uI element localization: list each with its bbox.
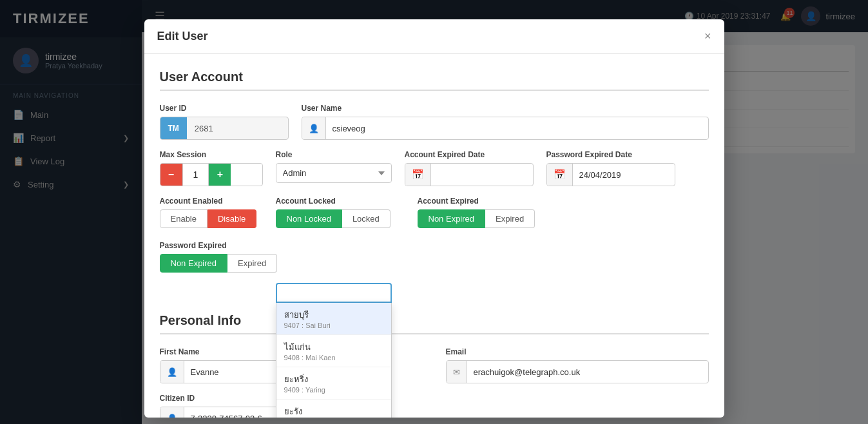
plus-button[interactable]: +: [209, 164, 231, 186]
non-expired-button[interactable]: Non Expired: [418, 209, 486, 228]
form-row-1: User ID TM 2681 User Name 👤: [160, 104, 709, 140]
non-locked-button[interactable]: Non Locked: [276, 209, 342, 228]
email-input[interactable]: [467, 363, 708, 381]
account-expired-date-label: Account Expired Date: [405, 150, 534, 159]
personal-info-section-title: Personal Info: [160, 313, 709, 334]
password-expired-date-input[interactable]: [573, 166, 675, 184]
account-locked-group: Account Locked Non Locked Locked: [276, 197, 405, 228]
role-group: Role Admin User Moderator: [276, 150, 392, 186]
email-group: Email ✉: [446, 347, 709, 383]
calendar-icon[interactable]: 📅: [405, 164, 431, 186]
account-enabled-group: Account Enabled Enable Disable: [160, 197, 263, 228]
citizen-id-input[interactable]: [184, 409, 289, 418]
dropdown-item-code: 9409 : Yaring: [284, 386, 383, 394]
user-account-section-title: User Account: [160, 70, 709, 91]
username-label: User Name: [302, 104, 709, 113]
dropdown-item-label: สายบุรี: [284, 308, 383, 322]
role-dropdown-container: สายบุรี 9407 : Sai Buri ไม้แก่น 9408 : M…: [276, 283, 392, 303]
id-icon: 👤: [160, 407, 184, 418]
enable-button[interactable]: Enable: [160, 209, 207, 228]
dropdown-item[interactable]: สายบุรี 9407 : Sai Buri: [276, 303, 391, 335]
user-id-label: User ID: [160, 104, 289, 113]
user-icon: 👤: [302, 117, 326, 139]
email-icon: ✉: [447, 361, 467, 383]
password-expired-button[interactable]: Expired: [227, 254, 277, 273]
modal-header: Edit User ×: [144, 19, 724, 54]
account-enabled-toggle: Enable Disable: [160, 209, 263, 228]
user-id-field: TM 2681: [160, 117, 289, 140]
session-control: − 1 +: [160, 163, 263, 186]
citizen-id-group: Citizen ID 👤: [160, 394, 289, 418]
password-expired-label: Password Expired: [160, 241, 302, 250]
dropdown-search-input[interactable]: [276, 283, 392, 303]
expired-button[interactable]: Expired: [485, 209, 535, 228]
personal-form-row-1: First Name 👤 Email ✉: [160, 347, 709, 383]
dropdown-item[interactable]: ยะรัง 9410 : Yarang: [276, 400, 391, 418]
user-id-value: 2681: [187, 119, 221, 138]
account-expired-toggle: Non Expired Expired: [418, 209, 559, 228]
personal-form-row-2: Citizen ID 👤: [160, 394, 709, 418]
password-expired-date-field: 📅: [546, 163, 675, 186]
password-non-expired-button[interactable]: Non Expired: [160, 254, 228, 273]
account-expired-group: Account Expired Non Expired Expired: [418, 197, 559, 228]
user-id-group: User ID TM 2681: [160, 104, 289, 140]
first-name-wrapper: 👤: [160, 360, 289, 383]
dropdown-list: สายบุรี 9407 : Sai Buri ไม้แก่น 9408 : M…: [276, 303, 392, 418]
email-label: Email: [446, 347, 709, 356]
account-locked-label: Account Locked: [276, 197, 405, 206]
password-expired-date-label: Password Expired Date: [546, 150, 675, 159]
dropdown-item-label: ยะรัง: [284, 405, 383, 418]
dropdown-item[interactable]: ไม้แก่น 9408 : Mai Kaen: [276, 335, 391, 367]
modal-body: User Account User ID TM 2681 User Name 👤: [144, 54, 724, 418]
dropdown-item-label: ยะหริ่ง: [284, 372, 383, 386]
dropdown-row: สายบุรี 9407 : Sai Buri ไม้แก่น 9408 : M…: [160, 283, 709, 303]
password-expired-toggle: Non Expired Expired: [160, 254, 302, 273]
session-value: 1: [182, 164, 209, 186]
edit-user-modal: Edit User × User Account User ID TM 2681…: [144, 19, 724, 418]
email-wrapper: ✉: [446, 360, 709, 383]
calendar-icon-2[interactable]: 📅: [547, 164, 573, 186]
first-name-input[interactable]: [184, 363, 289, 381]
minus-button[interactable]: −: [160, 164, 182, 186]
disable-button[interactable]: Disable: [207, 209, 256, 228]
username-input-wrapper: 👤: [302, 117, 709, 140]
account-locked-toggle: Non Locked Locked: [276, 209, 405, 228]
dropdown-item-code: 9408 : Mai Kaen: [284, 354, 383, 361]
account-expired-label: Account Expired: [418, 197, 559, 206]
password-expired-group: Password Expired Non Expired Expired: [160, 241, 302, 273]
max-session-label: Max Session: [160, 150, 263, 159]
dropdown-item[interactable]: ยะหริ่ง 9409 : Yaring: [276, 367, 391, 400]
user-id-prefix: TM: [160, 117, 187, 139]
first-name-label: First Name: [160, 347, 289, 356]
citizen-id-wrapper: 👤: [160, 407, 289, 418]
account-expired-date-group: Account Expired Date 📅: [405, 150, 534, 186]
account-enabled-label: Account Enabled: [160, 197, 263, 206]
spacer-1: [160, 283, 263, 303]
locked-button[interactable]: Locked: [342, 209, 391, 228]
person-icon: 👤: [160, 361, 184, 383]
account-expired-date-input[interactable]: [431, 166, 534, 184]
form-row-3: Account Enabled Enable Disable Account L…: [160, 197, 709, 273]
max-session-group: Max Session − 1 +: [160, 150, 263, 186]
dropdown-item-code: 9407 : Sai Buri: [284, 322, 383, 329]
citizen-id-label: Citizen ID: [160, 394, 289, 403]
close-button[interactable]: ×: [704, 30, 711, 43]
dropdown-item-label: ไม้แก่น: [284, 340, 383, 354]
modal-title: Edit User: [157, 30, 208, 43]
password-expired-date-group: Password Expired Date 📅: [546, 150, 675, 186]
username-group: User Name 👤: [302, 104, 709, 140]
form-row-2: Max Session − 1 + Role Admin User Modera…: [160, 150, 709, 186]
first-name-group: First Name 👤: [160, 347, 289, 383]
username-input[interactable]: [326, 119, 708, 138]
role-select[interactable]: Admin User Moderator: [276, 163, 392, 183]
account-expired-date-field: 📅: [405, 163, 534, 186]
role-label: Role: [276, 150, 392, 159]
